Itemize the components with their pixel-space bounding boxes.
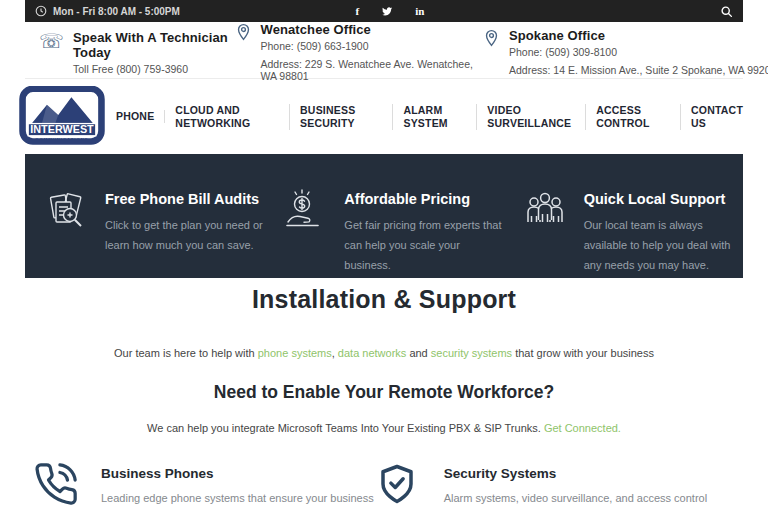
bill-audit-icon bbox=[43, 188, 89, 278]
main-nav: PHONE CLOUD AND NETWORKING BUSINESS SECU… bbox=[106, 104, 743, 130]
phone-systems-link[interactable]: phone systems bbox=[258, 347, 332, 359]
remote-workforce-heading: Need to Enable Your Remote Workforce? bbox=[25, 382, 743, 403]
feature-strip: Free Phone Bill Audits Click to get the … bbox=[25, 154, 743, 278]
feature-free-phone-bill-audits[interactable]: Free Phone Bill Audits Click to get the … bbox=[25, 188, 264, 278]
intro-paragraph: Our team is here to help with phone syst… bbox=[25, 347, 743, 359]
security-systems-link[interactable]: security systems bbox=[431, 347, 512, 359]
remote-paragraph: We can help you integrate Microsoft Team… bbox=[25, 422, 743, 434]
service-title[interactable]: Security Systems bbox=[444, 466, 743, 481]
page-container: Mon - Fri 8:00 AM - 5:00PM f in ☏ Speak … bbox=[25, 0, 743, 512]
business-hours: Mon - Fri 8:00 AM - 5:00PM bbox=[35, 5, 180, 17]
nav-item-access-control[interactable]: ACCESS CONTROL bbox=[586, 104, 681, 130]
feature-description: Get fair pricing from experts that can h… bbox=[344, 215, 503, 275]
phone-call-icon bbox=[33, 461, 79, 512]
feature-title: Quick Local Support bbox=[584, 191, 743, 207]
company-logo[interactable]: INTERWEST COMMUNICATIONS bbox=[18, 86, 106, 148]
technician-contact: ☏ Speak With A Technician Today Toll Fre… bbox=[25, 30, 235, 75]
technician-phone: Toll Free (800) 759-3960 bbox=[73, 63, 234, 75]
map-pin-icon bbox=[483, 29, 500, 48]
social-links: f in bbox=[356, 6, 425, 17]
contact-row: ☏ Speak With A Technician Today Toll Fre… bbox=[25, 22, 743, 79]
service-title[interactable]: Business Phones bbox=[101, 466, 376, 481]
feature-affordable-pricing[interactable]: Affordable Pricing Get fair pricing from… bbox=[264, 188, 503, 278]
office-spokane: Spokane Office Phone: (509) 309-8100 Add… bbox=[483, 28, 743, 76]
feature-title: Affordable Pricing bbox=[344, 191, 503, 207]
service-business-phones: Business Phones Leading edge phone syste… bbox=[33, 459, 376, 512]
office-name: Wenatchee Office bbox=[261, 22, 484, 37]
office-phone: Phone: (509) 663-1900 bbox=[261, 40, 484, 52]
clock-icon bbox=[35, 5, 47, 17]
remote-text: We can help you integrate Microsoft Team… bbox=[147, 422, 544, 434]
support-team-icon bbox=[522, 188, 568, 278]
feature-title: Free Phone Bill Audits bbox=[105, 191, 264, 207]
shield-check-icon bbox=[376, 461, 422, 512]
pricing-icon bbox=[282, 188, 328, 278]
service-description: Leading edge phone systems that ensure y… bbox=[101, 489, 376, 512]
nav-item-business-security[interactable]: BUSINESS SECURITY bbox=[290, 104, 393, 130]
intro-text: Our team is here to help with bbox=[114, 347, 258, 359]
feature-description: Our local team is always available to he… bbox=[584, 215, 743, 275]
feature-description: Click to get the plan you need or learn … bbox=[105, 215, 264, 255]
top-bar: Mon - Fri 8:00 AM - 5:00PM f in bbox=[25, 0, 743, 22]
office-phone: Phone: (509) 309-8100 bbox=[509, 46, 768, 58]
page-title: Installation & Support bbox=[25, 285, 743, 314]
nav-item-phone[interactable]: PHONE bbox=[106, 110, 165, 123]
logo-text-line2: COMMUNICATIONS bbox=[35, 137, 88, 142]
nav-item-alarm-system[interactable]: ALARM SYSTEM bbox=[393, 104, 477, 130]
twitter-icon[interactable] bbox=[381, 6, 393, 17]
service-security-systems: Security Systems Alarm systems, video su… bbox=[376, 459, 743, 512]
service-description: Alarm systems, video surveillance, and a… bbox=[444, 489, 743, 512]
intro-text: and bbox=[406, 347, 430, 359]
facebook-icon[interactable]: f bbox=[356, 6, 360, 17]
hours-text: Mon - Fri 8:00 AM - 5:00PM bbox=[53, 6, 180, 17]
services-row: Business Phones Leading edge phone syste… bbox=[25, 459, 743, 512]
nav-item-contact-us[interactable]: CONTACT US bbox=[681, 104, 743, 130]
linkedin-icon[interactable]: in bbox=[415, 6, 424, 17]
office-address: Address: 229 S. Wenatchee Ave. Wenatchee… bbox=[261, 58, 484, 82]
data-networks-link[interactable]: data networks bbox=[338, 347, 406, 359]
map-pin-icon bbox=[235, 23, 252, 42]
office-wenatchee: Wenatchee Office Phone: (509) 663-1900 A… bbox=[235, 22, 484, 82]
feature-quick-local-support[interactable]: Quick Local Support Our local team is al… bbox=[504, 188, 743, 278]
technician-title: Speak With A Technician Today bbox=[73, 30, 234, 60]
office-address: Address: 14 E. Mission Ave., Suite 2 Spo… bbox=[509, 64, 768, 76]
site-header: INTERWEST COMMUNICATIONS PHONE CLOUD AND… bbox=[25, 79, 743, 154]
telephone-icon: ☏ bbox=[39, 31, 64, 51]
office-name: Spokane Office bbox=[509, 28, 768, 43]
logo-text-line1: INTERWEST bbox=[30, 123, 94, 135]
nav-item-video-surveillance[interactable]: VIDEO SURVEILLANCE bbox=[477, 104, 586, 130]
get-connected-link[interactable]: Get Connected. bbox=[544, 422, 621, 434]
intro-text: that grow with your business bbox=[512, 347, 654, 359]
nav-item-cloud-and-networking[interactable]: CLOUD AND NETWORKING bbox=[165, 104, 290, 130]
search-button[interactable] bbox=[720, 5, 733, 18]
